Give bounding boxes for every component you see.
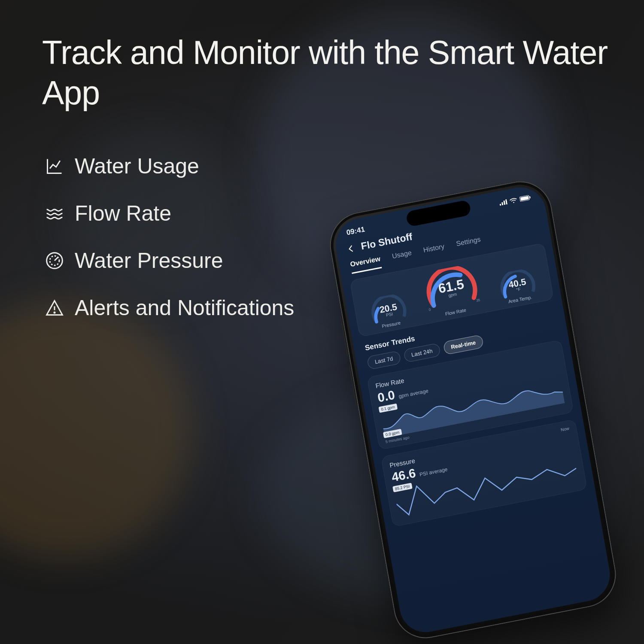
tab-overview[interactable]: Overview — [349, 255, 382, 274]
bullet-label: Water Pressure — [75, 248, 223, 273]
tab-usage[interactable]: Usage — [392, 249, 413, 266]
gauge-label: Flow Rate — [445, 307, 467, 316]
svg-rect-5 — [503, 200, 505, 205]
card-value-sub: PSI average — [419, 466, 448, 477]
chip-last-24h[interactable]: Last 24h — [403, 343, 441, 363]
chip-real-time[interactable]: Real-time — [443, 334, 484, 355]
svg-point-2 — [54, 312, 55, 313]
card-value: 46.6 — [391, 466, 417, 484]
svg-rect-4 — [501, 202, 503, 205]
card-value: 0.0 — [377, 388, 396, 404]
bullet-flow-rate: Flow Rate — [42, 190, 294, 237]
scale-min: 0 — [428, 308, 431, 312]
headline-text: Track and Monitor with the Smart Water A… — [42, 33, 644, 113]
wifi-icon — [509, 197, 518, 204]
promo-scene: Track and Monitor with the Smart Water A… — [0, 0, 644, 644]
svg-rect-3 — [500, 204, 501, 206]
tab-history[interactable]: History — [423, 243, 446, 260]
chart-line-icon — [42, 157, 67, 176]
signal-icon — [499, 199, 507, 206]
svg-point-7 — [513, 202, 514, 203]
gauge-icon — [42, 251, 67, 270]
svg-rect-6 — [505, 199, 507, 204]
bullet-water-usage: Water Usage — [42, 143, 294, 190]
gauge-temp[interactable]: 40.5 °F Area Temp. — [495, 267, 541, 306]
alert-icon — [42, 298, 67, 317]
bullet-alerts: Alerts and Notifications — [42, 284, 294, 331]
gauge-flow[interactable]: 61.5 gpm 035 Flow Rate — [419, 262, 485, 320]
back-button[interactable] — [345, 243, 357, 255]
bullet-label: Water Usage — [75, 154, 199, 179]
tab-settings[interactable]: Settings — [456, 235, 482, 253]
gauge-pressure[interactable]: 20.5 PSI Pressure — [366, 292, 412, 331]
chip-last-7d[interactable]: Last 7d — [367, 350, 401, 370]
bullet-label: Alerts and Notifications — [75, 295, 294, 320]
battery-icon — [519, 194, 531, 202]
card-value-sub: gpm average — [398, 388, 429, 399]
bullet-water-pressure: Water Pressure — [42, 237, 294, 284]
scale-max: 35 — [476, 298, 480, 303]
waves-icon — [42, 204, 67, 223]
feature-bullets: Water Usage Flow Rate Water Pressure Ale… — [42, 143, 294, 331]
svg-rect-10 — [529, 196, 531, 198]
bullet-label: Flow Rate — [75, 201, 171, 226]
